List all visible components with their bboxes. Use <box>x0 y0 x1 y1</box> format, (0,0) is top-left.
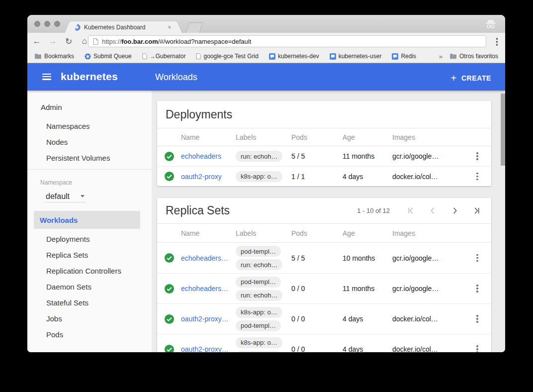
incognito-icon <box>484 18 497 29</box>
pods-cell: 1 / 1 <box>291 173 343 181</box>
resource-link[interactable]: oauth2-proxy <box>181 173 236 181</box>
images-cell: gcr.io/google… <box>392 254 463 262</box>
bookmark-item[interactable]: Bookmarks <box>34 53 74 60</box>
label-chip: pod-templ… <box>236 277 281 288</box>
sidebar-item-replica-sets[interactable]: Replica Sets <box>27 247 152 263</box>
new-tab-button[interactable] <box>186 22 203 33</box>
url-path: /#/workload?namespace=default <box>158 38 252 45</box>
sidebar-item-deployments[interactable]: Deployments <box>27 231 152 247</box>
bookmarks-overflow-chevron[interactable]: » <box>439 53 443 60</box>
images-cell: docker.io/col… <box>392 315 463 323</box>
status-ok-icon <box>157 314 181 324</box>
sidebar-item-replication-controllers[interactable]: Replication Controllers <box>27 263 152 279</box>
scrollbar-thumb[interactable] <box>501 94 505 166</box>
bookmark-item[interactable]: Otros favoritos <box>449 53 498 60</box>
bookmark-item[interactable]: kubernetes-dev <box>269 53 319 60</box>
sidebar-item-workloads[interactable]: Workloads <box>34 211 140 229</box>
kubernetes-logo[interactable]: kubernetes <box>61 71 118 83</box>
resource-link[interactable]: echoheaders <box>181 152 236 160</box>
sidebar-item-admin[interactable]: Admin <box>27 99 152 115</box>
sidebar-item-pods[interactable]: Pods <box>27 326 152 342</box>
resource-link[interactable]: oauth2-proxy… <box>181 315 236 323</box>
row-menu-button[interactable] <box>475 344 480 352</box>
sidebar: Admin Namespaces Nodes Persistent Volume… <box>27 91 152 352</box>
resource-link[interactable]: echoheaders… <box>181 285 236 293</box>
row-menu-button[interactable] <box>475 253 480 264</box>
pods-cell: 5 / 5 <box>291 254 343 262</box>
pods-cell: 0 / 0 <box>291 315 343 323</box>
sidebar-item-persistent-volumes[interactable]: Persistent Volumes <box>27 150 152 166</box>
age-cell: 4 days <box>343 315 392 323</box>
url-scheme: https:// <box>102 38 121 45</box>
row-menu-button[interactable] <box>475 151 480 162</box>
label-chip: run: echoh… <box>236 151 282 162</box>
row-menu-button[interactable] <box>475 313 480 324</box>
card-title: Replica Sets <box>166 204 357 217</box>
url-text: https://foo.bar.com/#/workload?namespace… <box>102 38 251 45</box>
app-header: kubernetes Workloads + CREATE <box>27 63 505 91</box>
reload-icon[interactable]: ↻ <box>62 36 75 47</box>
folder-icon <box>449 53 457 59</box>
hamburger-menu-icon[interactable] <box>41 73 52 81</box>
table-header: Name Labels Pods Age Images <box>157 128 491 146</box>
forward-icon[interactable]: → <box>46 36 59 46</box>
kubernetes-favicon-icon <box>74 24 81 31</box>
table-row: echoheaders… pod-templ… run: echoh… 5 / … <box>157 243 491 273</box>
resource-link[interactable]: echoheaders… <box>181 254 236 262</box>
groups-icon <box>392 53 398 60</box>
replica-sets-card: Replica Sets 1 - 10 of 12 <box>157 198 491 352</box>
next-page-icon[interactable] <box>451 207 458 214</box>
tab-close-icon[interactable]: × <box>168 24 172 30</box>
row-menu-button[interactable] <box>475 171 480 182</box>
plus-icon: + <box>451 73 457 83</box>
sidebar-item-jobs[interactable]: Jobs <box>27 310 152 326</box>
sidebar-item-nodes[interactable]: Nodes <box>27 134 152 150</box>
label-chip: k8s-app: o… <box>236 171 282 182</box>
window-minimize-button[interactable] <box>44 21 50 27</box>
bookmark-item[interactable]: kubernetes-user <box>330 53 382 60</box>
pagination: 1 - 10 of 12 <box>357 207 480 214</box>
traffic-lights <box>34 21 60 27</box>
bookmark-item[interactable]: Submit Queue <box>85 53 132 60</box>
sidebar-item-stateful-sets[interactable]: Stateful Sets <box>27 294 152 310</box>
bookmark-item[interactable]: →Gubernator <box>142 53 186 60</box>
browser-tab[interactable]: Kubernetes Dashboard × <box>71 21 176 33</box>
prev-page-icon[interactable] <box>429 207 437 214</box>
pagination-range: 1 - 10 of 12 <box>357 207 390 214</box>
pods-cell: 0 / 0 <box>291 285 343 293</box>
pods-cell: 5 / 5 <box>291 152 343 160</box>
age-cell: 4 days <box>343 345 392 352</box>
groups-icon <box>330 53 336 60</box>
sidebar-item-namespaces[interactable]: Namespaces <box>27 118 152 134</box>
label-chip: pod-templ… <box>236 246 281 257</box>
last-page-icon[interactable] <box>473 207 480 214</box>
titlebar: Kubernetes Dashboard × <box>27 15 505 33</box>
create-button[interactable]: + CREATE <box>449 70 493 86</box>
first-page-icon[interactable] <box>407 207 415 214</box>
card-title: Deployments <box>166 108 480 121</box>
table-row: oauth2-proxy… k8s-app: o… pod-templ… 0 /… <box>157 334 491 352</box>
pods-cell: 0 / 0 <box>291 345 343 352</box>
namespace-select[interactable]: default <box>44 191 86 202</box>
folder-icon <box>34 53 42 59</box>
row-menu-button[interactable] <box>475 283 480 294</box>
browser-menu-button[interactable] <box>495 37 499 47</box>
window-zoom-button[interactable] <box>54 21 60 27</box>
window-close-button[interactable] <box>34 21 40 27</box>
back-icon[interactable]: ← <box>30 36 43 46</box>
url-bar[interactable]: https://foo.bar.com/#/workload?namespace… <box>88 35 486 47</box>
bookmarks-bar: Bookmarks Submit Queue →Gubernator googl… <box>27 50 505 63</box>
browser-toolbar: ← → ↻ ⌂ https://foo.bar.com/#/workload?n… <box>27 33 505 50</box>
sidebar-item-daemon-sets[interactable]: Daemon Sets <box>27 279 152 294</box>
bookmark-item[interactable]: google-gce Test Grid <box>196 53 259 60</box>
content-area: Admin Namespaces Nodes Persistent Volume… <box>27 91 505 352</box>
resource-link[interactable]: oauth2-proxy… <box>181 345 236 352</box>
status-ok-icon <box>157 345 181 353</box>
page-security-icon <box>93 38 98 45</box>
page-icon <box>196 53 201 59</box>
images-cell: docker.io/col… <box>392 173 463 181</box>
kubernetes-icon <box>85 53 91 60</box>
status-ok-icon <box>157 152 181 161</box>
bookmark-item[interactable]: Redis <box>392 53 416 60</box>
namespace-label: Namespace <box>27 178 152 188</box>
